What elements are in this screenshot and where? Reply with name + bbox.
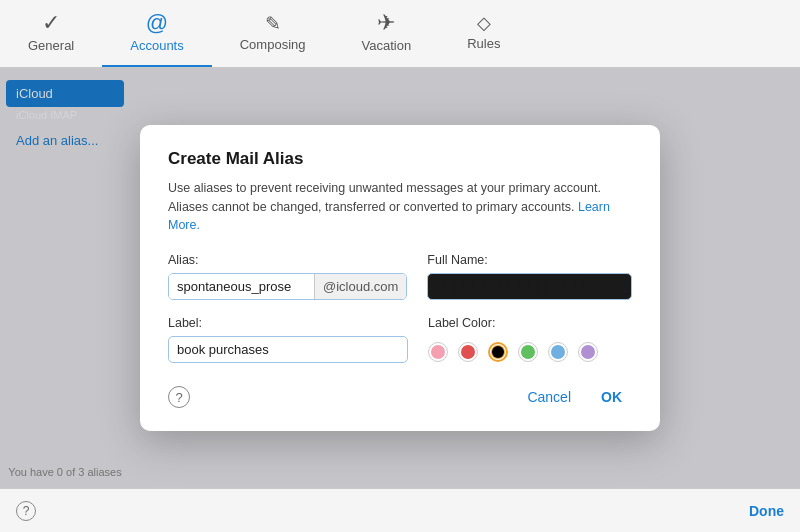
alias-input-wrapper: @icloud.com (168, 273, 407, 300)
main-content: iCloud iCloud IMAP Add an alias... You h… (0, 68, 800, 488)
tab-vacation-label: Vacation (362, 38, 412, 53)
alias-label: Alias: (168, 253, 407, 267)
general-icon: ✓ (42, 12, 60, 34)
color-swatch-purple (581, 345, 595, 359)
tab-composing[interactable]: ✎ Composing (212, 0, 334, 67)
tab-accounts-label: Accounts (130, 38, 183, 53)
color-option-pink[interactable] (428, 342, 448, 362)
create-alias-dialog: Create Mail Alias Use aliases to prevent… (140, 125, 660, 431)
tab-general-label: General (28, 38, 74, 53)
color-option-orange[interactable] (488, 342, 508, 362)
color-options (428, 342, 632, 362)
color-swatch-red (461, 345, 475, 359)
ok-button[interactable]: OK (591, 383, 632, 411)
dialog-title: Create Mail Alias (168, 149, 632, 169)
color-swatch-green (521, 345, 535, 359)
dialog-footer: ? Cancel OK (168, 383, 632, 411)
rules-icon: ◇ (477, 14, 491, 32)
color-swatch-orange (491, 345, 505, 359)
tab-composing-label: Composing (240, 37, 306, 52)
tab-general[interactable]: ✓ General (0, 0, 102, 67)
cancel-button[interactable]: Cancel (517, 383, 581, 411)
fullname-input[interactable] (427, 273, 632, 300)
color-option-red[interactable] (458, 342, 478, 362)
toolbar: ✓ General @ Accounts ✎ Composing ✈ Vacat… (0, 0, 800, 68)
bottom-bar: ? Done (0, 488, 800, 532)
color-swatch-pink (431, 345, 445, 359)
color-option-green[interactable] (518, 342, 538, 362)
label-group: Label: (168, 316, 408, 363)
tab-rules[interactable]: ◇ Rules (439, 0, 528, 67)
fullname-label: Full Name: (427, 253, 632, 267)
alias-input[interactable] (169, 274, 314, 299)
labelcolor-group: Label Color: (428, 316, 632, 363)
composing-icon: ✎ (265, 14, 281, 33)
modal-overlay: Create Mail Alias Use aliases to prevent… (0, 68, 800, 488)
color-option-blue[interactable] (548, 342, 568, 362)
tab-vacation[interactable]: ✈ Vacation (334, 0, 440, 67)
vacation-icon: ✈ (377, 12, 395, 34)
bottom-help-icon[interactable]: ? (16, 501, 36, 521)
color-swatch-blue (551, 345, 565, 359)
done-button[interactable]: Done (749, 503, 784, 519)
dialog-help-icon[interactable]: ? (168, 386, 190, 408)
labelcolor-label: Label Color: (428, 316, 632, 330)
fullname-group: Full Name: (427, 253, 632, 300)
accounts-icon: @ (146, 12, 168, 34)
dialog-description: Use aliases to prevent receiving unwante… (168, 179, 632, 235)
form-row-1: Alias: @icloud.com Full Name: (168, 253, 632, 300)
label-label: Label: (168, 316, 408, 330)
alias-domain: @icloud.com (314, 274, 406, 299)
tab-accounts[interactable]: @ Accounts (102, 0, 211, 67)
tab-rules-label: Rules (467, 36, 500, 51)
form-row-2: Label: Label Color: (168, 316, 632, 363)
alias-group: Alias: @icloud.com (168, 253, 407, 300)
color-option-purple[interactable] (578, 342, 598, 362)
dialog-buttons: Cancel OK (517, 383, 632, 411)
label-input[interactable] (168, 336, 408, 363)
